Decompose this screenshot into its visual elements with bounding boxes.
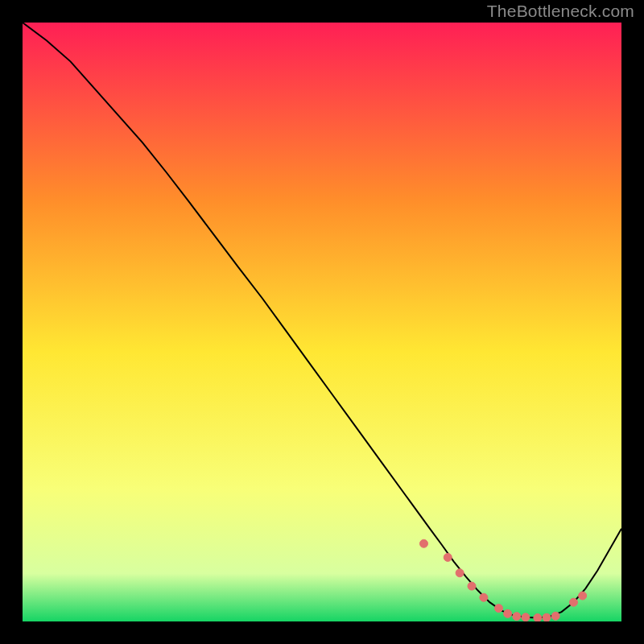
curve-marker — [569, 598, 577, 606]
curve-marker — [513, 613, 521, 621]
curve-marker — [534, 614, 542, 621]
curve-marker — [494, 605, 502, 613]
curve-marker — [579, 592, 587, 600]
gradient-background — [23, 23, 621, 621]
curve-marker — [504, 609, 512, 617]
curve-marker — [456, 569, 464, 577]
curve-marker — [480, 593, 488, 601]
curve-marker — [522, 613, 530, 621]
curve-marker — [444, 553, 452, 561]
plot-area — [23, 23, 621, 621]
chart-svg — [23, 23, 621, 621]
watermark-text: TheBottleneck.com — [487, 2, 634, 21]
chart-stage: TheBottleneck.com — [0, 0, 644, 644]
curve-marker — [419, 539, 427, 547]
curve-marker — [468, 582, 476, 590]
curve-marker — [551, 612, 559, 620]
curve-marker — [543, 613, 551, 621]
